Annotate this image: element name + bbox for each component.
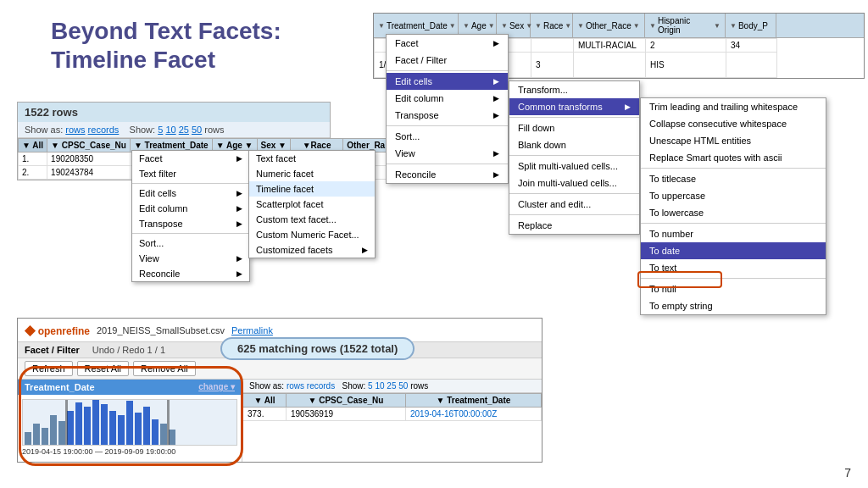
ct-trim[interactable]: Trim leading and trailing whitespace: [641, 98, 826, 115]
mc-edit-column[interactable]: Edit column▶: [387, 90, 508, 107]
remove-all-button[interactable]: Remove All: [133, 361, 196, 376]
menu-transpose[interactable]: Transpose▶: [132, 216, 249, 231]
facet-change[interactable]: change ▾: [198, 382, 235, 392]
ecs-cluster-edit[interactable]: Cluster and edit...: [509, 196, 639, 213]
show-10[interactable]: 10: [165, 125, 175, 135]
ecs-join-multi[interactable]: Join multi-valued cells...: [509, 175, 639, 191]
col-race[interactable]: ▼Race▼: [531, 14, 573, 37]
menu-reconcile[interactable]: Reconcile▶: [132, 266, 249, 281]
separator: [132, 233, 249, 234]
ecs-split-multi[interactable]: Split multi-valued cells...: [509, 158, 639, 175]
timeline-bar: [160, 424, 167, 445]
menu-view[interactable]: View▶: [132, 251, 249, 266]
show-50[interactable]: 50: [192, 125, 202, 135]
page-number: 7: [844, 466, 851, 480]
matching-rows-banner: 625 matching rows (1522 total): [220, 337, 415, 360]
rows-link[interactable]: rows: [65, 125, 85, 135]
mc-transpose[interactable]: Transpose▶: [387, 107, 508, 124]
show-as-row: Show as: rows records Show: 5 10 25 50 r…: [18, 122, 330, 138]
col-all[interactable]: ▼ All: [19, 139, 47, 152]
mc-view[interactable]: View▶: [387, 145, 508, 162]
separator: [509, 214, 639, 215]
mc-facet[interactable]: Facet▶: [387, 35, 508, 52]
facet-numeric[interactable]: Numeric facet: [249, 166, 375, 181]
show-25[interactable]: 25: [179, 125, 189, 135]
facet-custom-numeric[interactable]: Custom Numeric Facet...: [249, 227, 375, 242]
ct-number[interactable]: To number: [641, 225, 826, 242]
menu-edit-cells[interactable]: Edit cells▶: [132, 186, 249, 201]
col-cpsc[interactable]: ▼ CPSC_Case_Nu: [47, 139, 131, 152]
timeline-bar-selected: [67, 411, 74, 445]
timeline-bar-selected: [92, 399, 99, 445]
records-link-bottom[interactable]: records: [307, 381, 335, 391]
buttons-row: Refresh Reset All Remove All: [18, 358, 542, 380]
mc-edit-cells[interactable]: Edit cells▶: [387, 73, 508, 90]
ecs-fill-down[interactable]: Fill down: [509, 119, 639, 136]
undo-redo: Undo / Redo 1 / 1: [92, 345, 165, 355]
timeline-bars[interactable]: [22, 399, 237, 446]
col-body[interactable]: ▼Body_P: [726, 14, 776, 37]
rows-link-bottom[interactable]: rows: [287, 381, 304, 391]
facet-timeline[interactable]: Timeline facet: [249, 181, 375, 197]
timeline-bar: [33, 424, 40, 445]
ecs-blank-down[interactable]: Blank down: [509, 136, 639, 153]
ct-collapse[interactable]: Collapse consecutive whitespace: [641, 115, 826, 132]
timeline-bar-selected: [143, 407, 150, 445]
show-50-bottom[interactable]: 50: [398, 381, 408, 391]
edit-cells-submenu: Transform... Common transforms▶ Fill dow…: [509, 80, 640, 235]
show-25-bottom[interactable]: 25: [387, 381, 396, 391]
facet-text[interactable]: Text facet: [249, 151, 375, 166]
ct-unescape[interactable]: Unescape HTML entities: [641, 132, 826, 149]
show-10-bottom[interactable]: 10: [375, 381, 384, 391]
refresh-button[interactable]: Refresh: [25, 361, 73, 376]
filter-icon: ▼: [378, 22, 385, 30]
show-5[interactable]: 5: [158, 125, 163, 135]
timeline-bar-selected: [75, 402, 82, 445]
separator: [509, 117, 639, 118]
range-handle-right[interactable]: [167, 400, 170, 445]
separator: [132, 183, 249, 184]
col-hispanic[interactable]: ▼Hispanic Origin▼: [645, 14, 726, 37]
records-link[interactable]: records: [88, 125, 120, 135]
facet-customized[interactable]: Customized facets▶: [249, 242, 375, 258]
facet-title: Treatment_Date change ▾: [18, 380, 242, 395]
timeline-bar-selected: [84, 407, 91, 445]
ecs-transform[interactable]: Transform...: [509, 81, 639, 98]
bottom-data-table: Show as: rows records Show: 5 10 25 50 r…: [242, 380, 542, 462]
show-5-bottom[interactable]: 5: [368, 381, 373, 391]
ct-titlecase[interactable]: To titlecase: [641, 170, 826, 187]
ct-text[interactable]: To text: [641, 259, 826, 276]
ct-empty-string[interactable]: To empty string: [641, 297, 826, 314]
menu-sort[interactable]: Sort...: [132, 236, 249, 251]
mc-reconcile[interactable]: Reconcile▶: [387, 166, 508, 183]
range-handle-left[interactable]: [65, 400, 68, 445]
ct-smart-quotes[interactable]: Replace Smart quotes with ascii: [641, 149, 826, 166]
menu-text-filter[interactable]: Text filter: [132, 166, 249, 181]
facet-scatter[interactable]: Scatterplot facet: [249, 197, 375, 212]
bt-col-all[interactable]: ▼ All: [243, 394, 287, 408]
bt-col-cpsc[interactable]: ▼ CPSC_Case_Nu: [286, 394, 405, 408]
timeline-bar-selected: [101, 404, 108, 445]
separator: [641, 168, 826, 169]
ecs-replace[interactable]: Replace: [509, 217, 639, 234]
table-row: 373. 190536919 2019-04-16T00:00:00Z: [243, 408, 542, 421]
left-context-menu: Facet▶ Text filter Edit cells▶ Edit colu…: [131, 150, 250, 282]
menu-facet[interactable]: Facet▶: [132, 151, 249, 166]
separator: [387, 125, 508, 126]
or-permalink[interactable]: Permalink: [231, 325, 273, 336]
ecs-common-transforms[interactable]: Common transforms▶: [509, 98, 639, 115]
title-line2: Timeline Facet: [51, 46, 281, 75]
menu-edit-column[interactable]: Edit column▶: [132, 201, 249, 216]
ct-lowercase[interactable]: To lowercase: [641, 204, 826, 221]
reset-all-button[interactable]: Reset All: [77, 361, 129, 376]
bt-col-treatment[interactable]: ▼ Treatment_Date: [405, 394, 541, 408]
ct-uppercase[interactable]: To uppercase: [641, 187, 826, 204]
mc-sort[interactable]: Sort...: [387, 128, 508, 145]
rows-count: 1522 rows: [18, 103, 330, 122]
facet-custom-text[interactable]: Custom text facet...: [249, 212, 375, 227]
matching-rows-text: 625 matching rows: [237, 342, 337, 355]
col-other-race[interactable]: ▼Other_Race▼: [573, 14, 645, 37]
mc-text-filter[interactable]: Facet / Filter: [387, 52, 508, 69]
ct-date[interactable]: To date: [641, 242, 826, 259]
ct-null[interactable]: To null: [641, 280, 826, 297]
